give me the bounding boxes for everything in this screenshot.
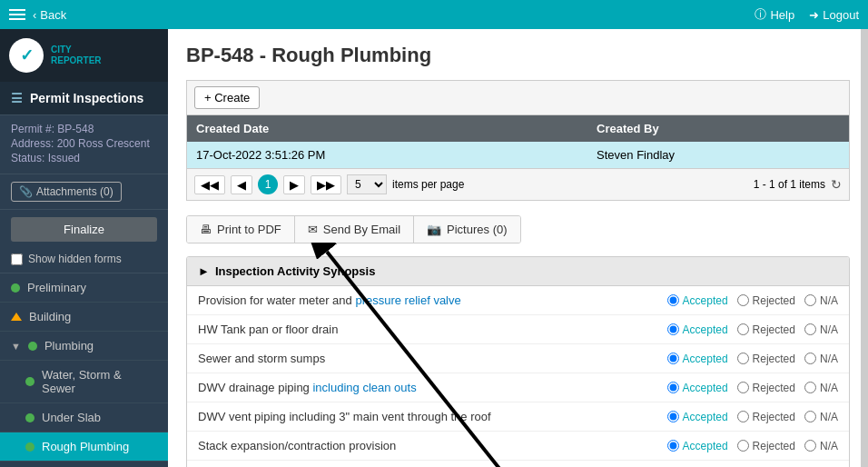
print-to-pdf-button[interactable]: 🖶 Print to PDF [187,216,295,243]
rejected-option-3[interactable]: Rejected [737,382,795,394]
pictures-icon: 📷 [427,223,441,236]
topbar: ‹ Back ⓘ Help ➜ Logout [0,0,868,29]
radio-group-3: Accepted Rejected N/A [667,382,838,394]
content-inner: BP-548 - Rough Plumbing + Create Created… [168,29,868,467]
help-icon: ⓘ [755,6,766,23]
email-label: Send By Email [323,223,400,236]
rejected-option-5[interactable]: Rejected [737,440,795,452]
pictures-button[interactable]: 📷 Pictures (0) [414,216,519,243]
accepted-option-1[interactable]: Accepted [667,323,728,336]
accepted-option-5[interactable]: Accepted [667,440,728,452]
pag-last[interactable]: ▶▶ [311,175,341,194]
create-button[interactable]: + Create [194,86,260,109]
accepted-option-0[interactable]: Accepted [667,294,728,307]
topbar-left: ‹ Back [9,8,66,22]
plumbing-dot [28,342,37,351]
logo-text: CITY REPORTER [51,45,102,66]
attachments-label: Attachments (0) [36,185,113,198]
pag-right: 1 - 1 of 1 items ↻ [754,177,842,192]
radio-group-0: Accepted Rejected N/A [667,294,838,307]
rough-plumbing-dot [25,442,35,452]
sidebar-section-header: ☰ Permit Inspections [0,82,168,115]
na-option-3[interactable]: N/A [804,382,838,394]
main-layout: ✓ CITY REPORTER ☰ Permit Inspections Per… [0,29,868,467]
action-buttons: 🖶 Print to PDF ✉ Send By Email 📷 Picture… [186,215,521,243]
inspection-row-6: Water lines protected from mechanical da… [187,461,849,467]
inspection-row-3: DWV drainage piping including clean outs… [187,373,849,402]
status-label: Status: Issued [11,152,157,164]
na-option-1[interactable]: N/A [804,323,838,336]
accepted-option-2[interactable]: Accepted [667,353,728,365]
logout-label: Logout [823,8,859,22]
show-hidden-forms: Show hidden forms [0,249,168,273]
hamburger-menu[interactable] [9,9,25,20]
inspection-container: ► Inspection Activity Synopsis Provision… [186,256,850,467]
radio-group-5: Accepted Rejected N/A [667,440,838,452]
sidebar: ✓ CITY REPORTER ☰ Permit Inspections Per… [0,29,168,467]
clean-outs-link[interactable]: including clean outs [312,381,416,394]
content-area: BP-548 - Rough Plumbing + Create Created… [168,29,868,467]
attachments-button[interactable]: 📎 Attachments (0) [11,182,122,202]
help-label: Help [770,8,794,22]
rejected-option-4[interactable]: Rejected [737,411,795,423]
per-page-select[interactable]: 5 10 25 [347,174,387,194]
water-storm-label: Water, Storm & Sewer [42,368,157,395]
rejected-option-1[interactable]: Rejected [737,323,795,336]
data-table-container: + Create Created Date Created By 17-Oct-… [186,80,850,201]
accepted-option-4[interactable]: Accepted [667,411,728,423]
inspection-row-2: Sewer and storm sumps Accepted Rejected … [187,344,849,373]
app-name2: REPORTER [51,55,102,66]
pagination-info: 1 - 1 of 1 items [754,178,825,191]
accepted-option-3[interactable]: Accepted [667,382,728,394]
sidebar-item-preliminary[interactable]: Preliminary [0,273,168,303]
refresh-icon[interactable]: ↻ [831,177,842,192]
permit-label: Permit #: BP-548 [11,123,157,135]
inspection-label-2: Sewer and storm sumps [198,352,667,365]
inspection-header: ► Inspection Activity Synopsis [187,257,849,286]
sidebar-logo: ✓ CITY REPORTER [0,29,168,82]
section-title-label: Permit Inspections [30,91,143,105]
na-option-5[interactable]: N/A [804,440,838,452]
print-icon: 🖶 [200,223,212,236]
help-link[interactable]: ⓘ Help [755,6,794,23]
topbar-right: ⓘ Help ➜ Logout [755,6,859,23]
sidebar-item-under-slab[interactable]: Under Slab [0,403,168,432]
send-by-email-button[interactable]: ✉ Send By Email [295,216,414,243]
under-slab-label: Under Slab [42,411,101,424]
inspection-row-4: DWV vent piping including 3" main vent t… [187,402,849,432]
pag-current-page: 1 [258,174,278,194]
pag-next[interactable]: ▶ [283,175,305,194]
radio-group-1: Accepted Rejected N/A [667,323,838,336]
pag-first[interactable]: ◀◀ [194,175,225,194]
print-label: Print to PDF [217,223,281,236]
show-hidden-checkbox[interactable] [11,253,23,265]
logout-link[interactable]: ➜ Logout [809,8,859,22]
na-option-4[interactable]: N/A [804,411,838,423]
inspection-label-1: HW Tank pan or floor drain [198,323,667,336]
table-row[interactable]: 17-Oct-2022 3:51:26 PM Steven Findlay [187,142,849,168]
na-option-0[interactable]: N/A [804,294,838,307]
rejected-option-2[interactable]: Rejected [737,353,795,365]
under-slab-dot [25,413,35,422]
pag-prev[interactable]: ◀ [231,175,252,194]
finalize-button[interactable]: Finalize [11,217,157,242]
preliminary-dot [11,283,20,293]
sidebar-item-water-storm[interactable]: Water, Storm & Sewer [0,361,168,403]
sidebar-item-building[interactable]: Building [0,303,168,332]
back-link[interactable]: ‹ Back [33,8,66,22]
address-label: Address: 200 Ross Crescent [11,137,157,150]
col-created-by: Created By [587,115,849,142]
building-warning-icon [11,313,22,321]
sidebar-item-plumbing[interactable]: ▼ Plumbing [0,332,168,361]
page-title: BP-548 - Rough Plumbing [186,44,850,67]
per-page-label: items per page [392,178,464,191]
inspection-label-0: Provision for water meter and pressure r… [198,293,667,307]
rejected-option-0[interactable]: Rejected [737,294,795,307]
pressure-relief-link[interactable]: pressure relief valve [355,293,460,307]
sidebar-item-final-plumbing[interactable]: Final Plumbing [0,462,168,467]
sidebar-item-rough-plumbing[interactable]: Rough Plumbing [0,432,168,462]
sidebar-attachments: 📎 Attachments (0) [0,174,168,210]
na-option-2[interactable]: N/A [804,353,838,365]
inspection-row-1: HW Tank pan or floor drain Accepted Reje… [187,315,849,344]
col-created-date: Created Date [187,115,587,142]
